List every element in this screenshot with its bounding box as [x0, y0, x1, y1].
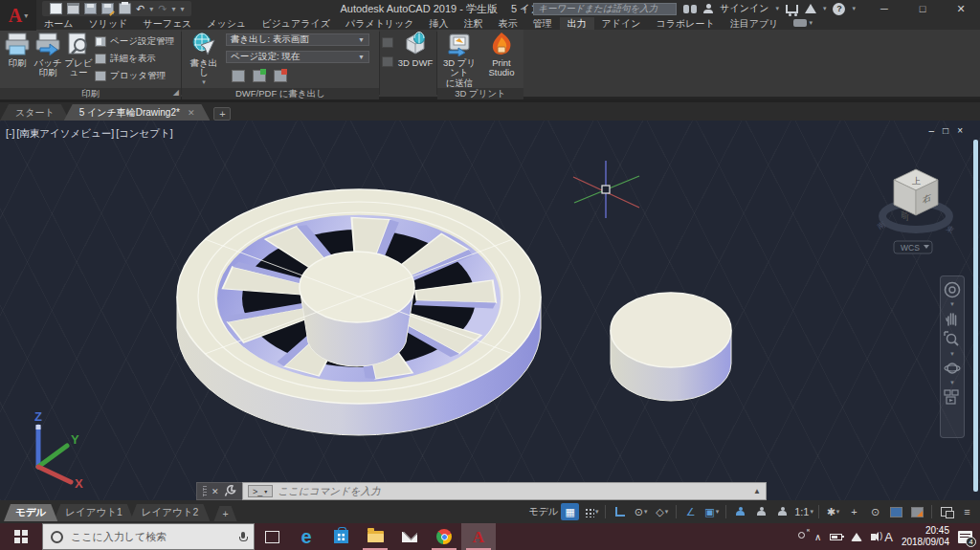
plot-icon[interactable]	[119, 3, 131, 14]
open-file-icon[interactable]	[67, 3, 79, 14]
help-dropdown-icon[interactable]: ▾	[852, 5, 856, 12]
ribbon-media-icon[interactable]	[793, 19, 807, 27]
3d-print-panel-caption[interactable]: 3D プリント	[437, 88, 523, 99]
zoom-icon[interactable]	[944, 331, 961, 348]
taskbar-search-input[interactable]: ここに入力して検索	[42, 523, 255, 550]
isometric-drafting-toggle[interactable]: ◇▾	[653, 503, 671, 520]
layout1-tab[interactable]: レイアウト1	[54, 504, 134, 521]
object-snap-tracking-toggle[interactable]: ∠	[681, 503, 700, 520]
layout2-tab[interactable]: レイアウト2	[130, 504, 211, 521]
preview-button[interactable]: プレビュー	[63, 32, 94, 78]
export-panel-caption[interactable]: DWF/PDF に書き出し	[182, 88, 379, 99]
microphone-icon[interactable]	[239, 532, 246, 541]
speaker-icon[interactable]	[871, 534, 876, 540]
drag-grip-icon[interactable]	[203, 486, 207, 496]
autocad-taskbar-button[interactable]: A	[461, 523, 496, 550]
view-details-button[interactable]: 詳細を表示	[95, 53, 156, 65]
command-prompt-icon[interactable]: >_▾	[248, 485, 273, 497]
restore-button[interactable]: □	[903, 0, 942, 17]
ribbon-tab-solid[interactable]: ソリッド	[80, 17, 135, 30]
orbit-dropdown-icon[interactable]: ▼	[949, 381, 955, 385]
recent-commands-icon[interactable]: ▲	[753, 487, 761, 495]
export-dropdown-icon[interactable]: ▾	[202, 78, 206, 86]
file-tab-close-icon[interactable]: ✕	[188, 108, 195, 118]
file-tab-drawing[interactable]: 5 インチ車輪Drawing2*✕	[64, 104, 211, 121]
mail-button[interactable]	[392, 523, 427, 550]
export-dwf-icon[interactable]	[253, 70, 266, 82]
close-button[interactable]: ✕	[942, 0, 980, 17]
redo-dropdown-icon[interactable]: ▾	[171, 5, 175, 13]
model-tab[interactable]: モデル	[4, 504, 57, 521]
annotation-scale-button[interactable]: 1:1▾	[794, 503, 813, 520]
workspace-switching-button[interactable]: ✱▾	[824, 503, 842, 520]
undo-icon[interactable]: ↶	[136, 4, 145, 14]
batch-plot-button[interactable]: バッチ 印刷	[33, 32, 62, 78]
ribbon-tab-mesh[interactable]: メッシュ	[199, 17, 254, 30]
plotter-manager-button[interactable]: プロッタ管理	[95, 70, 166, 82]
hardware-acceleration-button[interactable]	[908, 503, 926, 520]
hidden-icons-button[interactable]: ∧	[814, 532, 821, 542]
polar-tracking-toggle[interactable]: ⊙▾	[632, 503, 650, 520]
undo-dropdown-icon[interactable]: ▾	[149, 5, 153, 13]
command-close-icon[interactable]: ✕	[212, 487, 219, 496]
page-setup-dropdown[interactable]: ページ設定: 現在▼	[226, 51, 369, 63]
viewcube-cube[interactable]: 上 前 右	[894, 169, 938, 223]
help-icon[interactable]: ?	[833, 3, 845, 15]
plot-panel-caption[interactable]: 印刷◢	[0, 88, 181, 99]
ribbon-tab-addins[interactable]: アドイン	[594, 17, 649, 30]
pan-hand-icon[interactable]	[944, 310, 961, 327]
object-snap-toggle[interactable]: ▣▾	[702, 503, 721, 520]
ribbon-tab-parametric[interactable]: パラメトリック	[338, 17, 422, 30]
export-target-dropdown[interactable]: 書き出し: 表示画面▼	[226, 33, 369, 46]
annotation-scale-person[interactable]	[773, 503, 791, 520]
infocenter-collapse-icon[interactable]: ▸	[523, 5, 527, 12]
dialog-launcher-icon[interactable]: ◢	[173, 87, 179, 99]
snap-toggle[interactable]: ▾	[582, 503, 600, 520]
sign-in-dropdown-icon[interactable]: ▾	[775, 5, 779, 12]
wifi-icon[interactable]	[851, 533, 862, 541]
steering-wheel-icon[interactable]	[944, 281, 961, 298]
cylinder-solid[interactable]	[611, 293, 731, 401]
customize-wrench-icon[interactable]	[224, 485, 236, 497]
viewcube[interactable]: 南 東 上 前 右 WCS	[873, 157, 959, 264]
model-space-toggle[interactable]: モデル	[528, 503, 558, 520]
viewport-scrollbar[interactable]	[973, 140, 978, 492]
clock[interactable]: 20:45 2018/09/04	[902, 525, 949, 549]
orbit-icon[interactable]	[944, 360, 961, 377]
application-menu-button[interactable]: A▾	[0, 0, 36, 31]
print-studio-button[interactable]: Print Studio	[481, 32, 522, 78]
show-motion-icon[interactable]	[944, 388, 961, 406]
ribbon-tab-featured-apps[interactable]: 注目アプリ	[723, 17, 787, 30]
ribbon-tab-surface[interactable]: サーフェス	[135, 17, 199, 30]
search-binoculars-icon[interactable]	[683, 5, 697, 13]
new-layout-button[interactable]: +	[213, 506, 236, 521]
people-icon[interactable]	[796, 532, 806, 541]
help-search-input[interactable]: キーワードまたは語句を入力	[533, 3, 677, 15]
new-file-icon[interactable]	[50, 3, 62, 14]
command-input[interactable]: >_▾ ここにコマンドを入力 ▲	[242, 482, 767, 500]
minimize-button[interactable]: ─	[865, 0, 903, 17]
redo-icon[interactable]: ↷	[158, 4, 167, 14]
save-icon[interactable]	[84, 3, 97, 14]
store-button[interactable]	[323, 523, 358, 550]
ribbon-tab-view[interactable]: 表示	[491, 17, 525, 30]
ribbon-tab-collaborate[interactable]: コラボレート	[649, 17, 723, 30]
ribbon-tab-annotate[interactable]: 注釈	[457, 17, 491, 30]
action-center-button[interactable]: 4	[958, 531, 972, 543]
wcs-dropdown[interactable]: WCS	[894, 241, 932, 253]
edge-button[interactable]: e	[289, 523, 323, 550]
ribbon-state-dropdown-icon[interactable]: ▾	[809, 19, 813, 30]
send-to-3d-print-button[interactable]: 3D プリント に送信	[439, 32, 479, 88]
export-button[interactable]: 書き出し ▾	[188, 32, 220, 86]
file-explorer-button[interactable]	[358, 523, 392, 550]
export-preview-icon[interactable]	[232, 70, 245, 82]
plot-button[interactable]: 印刷	[3, 32, 32, 68]
customization-menu-button[interactable]: ≡	[958, 503, 976, 520]
battery-icon[interactable]	[830, 534, 842, 540]
qat-customize-icon[interactable]: ▾	[180, 5, 184, 13]
3d-dwf-button[interactable]: 3D DWF	[396, 32, 434, 68]
page-setup-manager-button[interactable]: ページ設定管理	[95, 35, 174, 48]
isolate-objects-button[interactable]: ⊙	[866, 503, 884, 520]
ribbon-tab-output[interactable]: 出力	[560, 17, 594, 30]
ribbon-tab-insert[interactable]: 挿入	[422, 17, 457, 30]
